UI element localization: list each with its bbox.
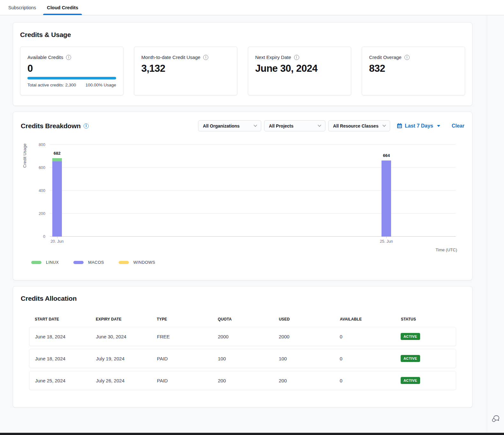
breakdown-filters: All Organizations All Projects All Resou… [198,120,464,131]
bottom-edge-bar [0,433,504,435]
status-badge: ACTIVE [401,377,420,384]
stacked-bar [382,160,391,237]
tab-cloud-credits-label: Cloud Credits [47,5,78,10]
cell-start-date: June 18, 2024 [29,334,90,339]
projects-dropdown[interactable]: All Projects [264,120,325,131]
cell-available: 0 [334,356,395,361]
table-row: June 18, 2024 July 19, 2024 PAID 100 100… [29,349,456,368]
info-icon[interactable]: i [294,55,299,60]
status-badge: ACTIVE [401,333,420,340]
tab-subscriptions[interactable]: Subscriptions [7,0,37,15]
cell-quota: 2000 [212,334,273,339]
cell-quota: 100 [212,356,273,361]
credits-breakdown-title: Credits Breakdown i [21,122,89,130]
credits-allocation-section: Credits Allocation START DATE EXPIRY DAT… [13,286,472,408]
cell-quota: 200 [212,378,273,383]
available-credits-card: Available Credits i 0 Total active credi… [20,47,123,95]
y-axis-title: Credit Usage [22,144,27,169]
gridline [50,167,456,168]
y-axis-tick-label: 400 [39,188,45,193]
x-axis-tick [57,237,57,238]
x-axis-title: Time (UTC) [436,247,457,252]
info-icon[interactable]: i [84,123,89,129]
support-chat-button[interactable] [491,415,500,423]
date-range-picker[interactable]: Last 7 Days [397,123,440,129]
stacked-bar [52,158,62,237]
legend-label: LINUX [46,260,59,265]
usage-percentage: 100.00% Usage [85,83,116,87]
credits-allocation-table: START DATE EXPIRY DATE TYPE QUOTA USED A… [29,317,456,390]
y-axis-tick-label: 600 [39,166,45,170]
bar-total-label: 682 [54,151,61,156]
chevron-down-icon [318,125,321,127]
cell-expiry-date: June 30, 2024 [90,334,151,339]
next-expiry-card: Next Expiry Date i June 30, 2024 [248,47,351,95]
credit-overage-card: Credit Overage i 832 [362,47,465,95]
usage-progress-bar [27,77,116,79]
chevron-down-icon [254,125,257,127]
status-badge: ACTIVE [401,355,420,362]
next-expiry-value: June 30, 2024 [255,63,344,74]
col-type: TYPE [151,317,212,321]
cell-type: FREE [151,334,212,339]
main-content: Credits & Usage Available Credits i 0 To… [0,15,487,435]
gridline [50,144,456,145]
credit-overage-value: 832 [369,63,458,74]
tab-bar: Subscriptions Cloud Credits [0,0,504,15]
bar-total-label: 664 [383,153,390,158]
cell-used: 2000 [273,334,334,339]
y-axis-tick-label: 0 [43,234,45,239]
y-axis-tick-label: 200 [39,211,45,216]
bar-segment-linux [52,158,62,161]
organizations-dropdown[interactable]: All Organizations [198,120,261,131]
cell-type: PAID [151,356,212,361]
col-available: AVAILABLE [334,317,395,321]
legend-item-windows[interactable]: WINDOWS [119,260,155,265]
cell-available: 0 [334,334,395,339]
credits-allocation-title: Credits Allocation [21,295,464,302]
info-icon[interactable]: i [203,55,208,60]
chart-legend: LINUXMACOSWINDOWS [31,260,464,265]
legend-label: WINDOWS [133,260,155,265]
available-credits-value: 0 [27,63,116,74]
credits-usage-title: Credits & Usage [20,31,465,39]
cell-expiry-date: July 26, 2024 [90,378,151,383]
col-expiry-date: EXPIRY DATE [90,317,151,321]
gridline [50,236,456,237]
credits-breakdown-section: Credits Breakdown i All Organizations Al… [13,112,472,280]
col-start-date: START DATE [29,317,90,321]
legend-swatch [73,261,84,264]
cell-expiry-date: July 19, 2024 [90,356,151,361]
legend-swatch [31,261,41,264]
table-row: June 25, 2024 July 26, 2024 PAID 200 200… [29,371,456,390]
date-range-label: Last 7 Days [405,123,433,129]
legend-label: MACOS [88,260,104,265]
cell-start-date: June 18, 2024 [29,356,90,361]
info-icon[interactable]: i [66,55,71,60]
x-axis-tick-label: 25. Jun [380,239,393,244]
legend-swatch [119,261,129,264]
tab-cloud-credits[interactable]: Cloud Credits [46,0,79,15]
resource-classes-dropdown[interactable]: All Resource Classes [328,120,390,131]
cell-start-date: June 25, 2024 [29,378,90,383]
next-expiry-label: Next Expiry Date [255,55,291,60]
legend-item-macos[interactable]: MACOS [73,260,104,265]
x-axis-tick [386,237,387,238]
table-row: June 18, 2024 June 30, 2024 FREE 2000 20… [29,327,456,346]
chat-bubbles-icon [491,415,500,423]
mtd-usage-value: 3,132 [141,63,230,74]
chevron-down-icon [382,125,386,127]
cell-type: PAID [151,378,212,383]
stat-card-grid: Available Credits i 0 Total active credi… [20,47,465,95]
info-icon[interactable]: i [404,55,410,60]
clear-filters-button[interactable]: Clear [452,123,464,129]
legend-item-linux[interactable]: LINUX [31,260,59,265]
bar-segment-macos [382,161,391,237]
calendar-icon [397,123,402,129]
mtd-usage-card: Month-to-date Credit Usage i 3,132 [134,47,237,95]
right-rail-divider [487,15,487,432]
cell-used: 100 [273,356,334,361]
col-quota: QUOTA [212,317,273,321]
credit-usage-chart-plot: Credit Usage Time (UTC) 0200400600800682… [50,145,456,237]
credits-usage-section: Credits & Usage Available Credits i 0 To… [13,22,472,106]
